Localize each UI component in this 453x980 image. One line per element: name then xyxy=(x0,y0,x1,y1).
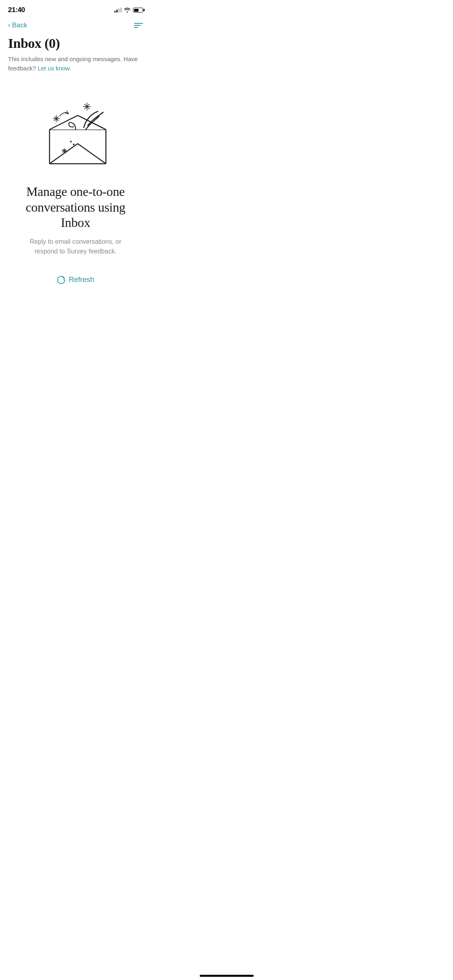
svg-point-4 xyxy=(73,144,74,145)
battery-icon xyxy=(133,8,143,12)
wifi-icon xyxy=(124,8,130,12)
back-chevron-icon: ‹ xyxy=(8,21,10,29)
refresh-button[interactable]: Refresh xyxy=(50,272,101,288)
back-button[interactable]: ‹ Back xyxy=(8,21,27,29)
refresh-label: Refresh xyxy=(69,276,94,284)
svg-rect-0 xyxy=(50,130,106,164)
filter-line-2 xyxy=(134,25,141,26)
page-title: Inbox (0) xyxy=(8,36,143,51)
empty-state: Manage one-to-one conversations using In… xyxy=(0,79,151,299)
filter-button[interactable] xyxy=(134,23,143,28)
subtitle-static-text: This includes new and ongoing messages. … xyxy=(8,56,138,72)
filter-line-3 xyxy=(134,27,138,28)
empty-state-description: Reply to email conversations, or respond… xyxy=(19,237,132,256)
status-time: 21:40 xyxy=(8,6,25,14)
page-header: Inbox (0) This includes new and ongoing … xyxy=(0,34,151,79)
signal-icon xyxy=(114,8,122,12)
back-label: Back xyxy=(12,21,27,29)
svg-point-3 xyxy=(70,141,72,142)
envelope-illustration xyxy=(35,95,116,168)
status-bar: 21:40 xyxy=(0,0,151,18)
nav-bar: ‹ Back xyxy=(0,18,151,34)
page-subtitle: This includes new and ongoing messages. … xyxy=(8,55,143,73)
filter-line-1 xyxy=(134,23,143,24)
feedback-link[interactable]: Let us know. xyxy=(37,65,71,72)
refresh-icon xyxy=(57,276,66,284)
empty-state-title: Manage one-to-one conversations using In… xyxy=(12,184,139,230)
status-icons xyxy=(114,8,143,12)
